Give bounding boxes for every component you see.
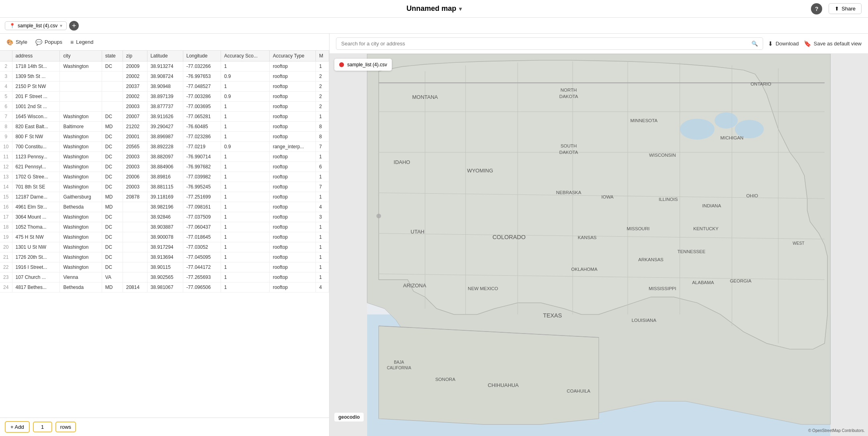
cell-lat: 38.89816 bbox=[147, 172, 183, 182]
table-row[interactable]: 18 1052 Thoma... Washington DC 38.903887… bbox=[0, 222, 329, 232]
col-longitude[interactable]: Longitude bbox=[183, 51, 221, 61]
col-m[interactable]: M bbox=[316, 51, 329, 61]
cell-acc-type: rooftop bbox=[269, 162, 315, 172]
row-count-input[interactable] bbox=[33, 422, 52, 432]
table-row[interactable]: 19 475 H St NW Washington DC 38.900078 -… bbox=[0, 232, 329, 242]
table-row[interactable]: 17 3064 Mount ... Washington DC 38.92846… bbox=[0, 212, 329, 222]
cell-address: 4961 Elm Str... bbox=[12, 202, 60, 212]
title-caret-icon[interactable]: ▾ bbox=[459, 6, 462, 12]
cell-zip bbox=[123, 272, 147, 282]
cell-lon: -77.048527 bbox=[183, 82, 221, 92]
cell-m: 4 bbox=[316, 282, 329, 293]
cell-city: Washington bbox=[60, 172, 102, 182]
row-number: 2 bbox=[0, 61, 12, 72]
cell-acc-score: 1 bbox=[221, 162, 269, 172]
cell-city: Washington bbox=[60, 152, 102, 162]
col-latitude[interactable]: Latitude bbox=[147, 51, 183, 61]
map-area[interactable]: MONTANA NORTH DAKOTA MINNESOTA IDAHO WYO… bbox=[330, 54, 868, 436]
table-row[interactable]: 21 1726 20th St... Washington DC 38.9136… bbox=[0, 252, 329, 262]
save-view-button[interactable]: 🔖 Save as default view bbox=[804, 40, 862, 47]
cell-lat: 38.892228 bbox=[147, 142, 183, 152]
search-input[interactable] bbox=[341, 41, 748, 47]
col-acc-score[interactable]: Accuracy Sco... bbox=[221, 51, 269, 61]
cell-acc-type: rooftop bbox=[269, 72, 315, 82]
cell-state: MD bbox=[102, 122, 123, 132]
cell-state: DC bbox=[102, 61, 123, 72]
row-number: 9 bbox=[0, 132, 12, 142]
osm-credit-text: © OpenStreetMap Contributors. bbox=[808, 428, 865, 433]
col-acc-type[interactable]: Accuracy Type bbox=[269, 51, 315, 61]
row-number: 23 bbox=[0, 272, 12, 282]
file-chip[interactable]: 📍 sample_list (4).csv ▾ bbox=[5, 21, 67, 30]
style-tab[interactable]: 🎨 Style bbox=[6, 39, 27, 45]
table-row[interactable]: 23 107 Church ... Vienna VA 38.902565 -7… bbox=[0, 272, 329, 282]
table-row[interactable]: 11 1123 Pennsy... Washington DC 20003 38… bbox=[0, 152, 329, 162]
svg-text:NEW MEXICO: NEW MEXICO bbox=[468, 286, 498, 291]
cell-address: 1309 5th St ... bbox=[12, 72, 60, 82]
cell-lon: -77.0219 bbox=[183, 142, 221, 152]
cell-city bbox=[60, 92, 102, 102]
add-layer-button[interactable]: + bbox=[69, 21, 79, 31]
cell-acc-score: 1 bbox=[221, 192, 269, 202]
cell-lon: -77.251699 bbox=[183, 192, 221, 202]
cell-zip: 20878 bbox=[123, 192, 147, 202]
legend-dot bbox=[339, 62, 344, 67]
cell-lat: 38.92846 bbox=[147, 212, 183, 222]
data-table-container[interactable]: address city state zip Latitude Longitud… bbox=[0, 51, 329, 418]
table-row[interactable]: 5 201 F Street ... 20002 38.897139 -77.0… bbox=[0, 92, 329, 102]
popups-icon: 💬 bbox=[35, 39, 42, 45]
table-row[interactable]: 14 701 8th St SE Washington DC 20003 38.… bbox=[0, 182, 329, 192]
table-row[interactable]: 4 2150 P St NW 20037 38.90948 -77.048527… bbox=[0, 82, 329, 92]
col-address[interactable]: address bbox=[12, 51, 60, 61]
share-icon: ⬆ bbox=[835, 6, 839, 12]
table-row[interactable]: 9 800 F St NW Washington DC 20001 38.896… bbox=[0, 132, 329, 142]
share-button[interactable]: ⬆ Share bbox=[829, 3, 862, 14]
table-row[interactable]: 12 621 Pennsyl... Washington DC 20003 38… bbox=[0, 162, 329, 172]
cell-city bbox=[60, 82, 102, 92]
cell-m: 2 bbox=[316, 82, 329, 92]
col-zip[interactable]: zip bbox=[123, 51, 147, 61]
cell-address: 475 H St NW bbox=[12, 232, 60, 242]
table-row[interactable]: 22 1916 I Street... Washington DC 38.901… bbox=[0, 262, 329, 272]
cell-m: 1 bbox=[316, 242, 329, 252]
table-row[interactable]: 13 1702 G Stree... Washington DC 20006 3… bbox=[0, 172, 329, 182]
legend-tab[interactable]: ≡ Legend bbox=[70, 39, 94, 45]
cell-m: 3 bbox=[316, 212, 329, 222]
table-row[interactable]: 24 4817 Bethes... Bethesda MD 20814 38.9… bbox=[0, 282, 329, 293]
cell-city: Gaithersburg bbox=[60, 192, 102, 202]
table-row[interactable]: 6 1001 2nd St ... 20003 38.877737 -77.00… bbox=[0, 102, 329, 112]
svg-text:OKLAHOMA: OKLAHOMA bbox=[571, 267, 598, 272]
top-bar: Unnamed map ▾ ? ⬆ Share bbox=[0, 0, 868, 18]
svg-text:WISCONSIN: WISCONSIN bbox=[649, 153, 676, 158]
cell-lon: -77.018645 bbox=[183, 232, 221, 242]
svg-text:UTAH: UTAH bbox=[411, 229, 424, 235]
popups-tab[interactable]: 💬 Popups bbox=[35, 39, 62, 45]
search-box[interactable]: 🔍 bbox=[336, 37, 763, 50]
col-city[interactable]: city bbox=[60, 51, 102, 61]
add-row-button[interactable]: + Add bbox=[5, 421, 30, 433]
add-row-bar: + Add rows bbox=[0, 418, 329, 436]
help-button[interactable]: ? bbox=[811, 3, 822, 14]
table-row[interactable]: 16 4961 Elm Str... Bethesda MD 38.982196… bbox=[0, 202, 329, 212]
table-row[interactable]: 8 820 East Balt... Baltimore MD 21202 39… bbox=[0, 122, 329, 132]
cell-address: 2150 P St NW bbox=[12, 82, 60, 92]
col-state[interactable]: state bbox=[102, 51, 123, 61]
cell-lat: 38.882097 bbox=[147, 152, 183, 162]
download-button[interactable]: ⬇ Download bbox=[768, 40, 799, 47]
table-row[interactable]: 10 700 Constitu... Washington DC 20565 3… bbox=[0, 142, 329, 152]
cell-acc-type: rooftop bbox=[269, 242, 315, 252]
cell-lon: -77.065281 bbox=[183, 112, 221, 122]
svg-text:ALABAMA: ALABAMA bbox=[692, 280, 714, 285]
table-row[interactable]: 2 1718 14th St... Washington DC 20009 38… bbox=[0, 61, 329, 72]
cell-m: 1 bbox=[316, 252, 329, 262]
cell-address: 1301 U St NW bbox=[12, 242, 60, 252]
rows-label: rows bbox=[55, 422, 76, 432]
table-row[interactable]: 20 1301 U St NW Washington DC 38.917294 … bbox=[0, 242, 329, 252]
table-row[interactable]: 3 1309 5th St ... 20002 38.908724 -76.99… bbox=[0, 72, 329, 82]
cell-address: 201 F Street ... bbox=[12, 92, 60, 102]
cell-m: 6 bbox=[316, 162, 329, 172]
cell-acc-score: 1 bbox=[221, 232, 269, 242]
left-panel: 🎨 Style 💬 Popups ≡ Legend address city bbox=[0, 34, 330, 436]
table-row[interactable]: 15 12187 Darne... Gaithersburg MD 20878 … bbox=[0, 192, 329, 202]
table-row[interactable]: 7 1645 Wiscon... Washington DC 20007 38.… bbox=[0, 112, 329, 122]
